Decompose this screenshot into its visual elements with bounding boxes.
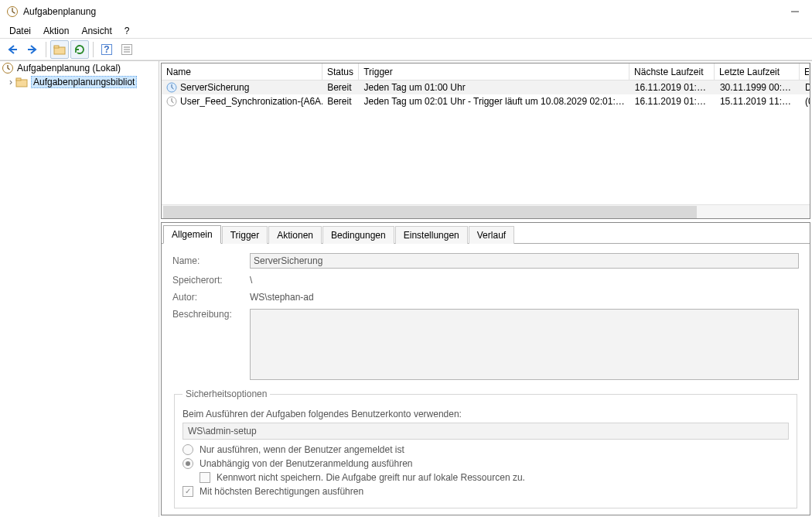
task-result: Die A <box>800 82 810 93</box>
navigation-tree[interactable]: Aufgabenplanung (Lokal) › Aufgabenplanun… <box>0 61 159 517</box>
toolbar-help-button[interactable]: ? <box>97 40 116 59</box>
toolbar-folder-button[interactable] <box>50 40 69 59</box>
menu-view[interactable]: Ansicht <box>75 24 118 38</box>
tab-settings[interactable]: Einstellungen <box>395 226 468 244</box>
task-row[interactable]: User_Feed_Synchronization-{A6A... Bereit… <box>162 94 810 108</box>
tab-conditions[interactable]: Bedingungen <box>322 226 394 244</box>
title-bar: Aufgabenplanung <box>0 0 812 23</box>
description-field <box>250 309 799 380</box>
toolbar: ? <box>0 39 812 60</box>
menu-help[interactable]: ? <box>118 24 136 38</box>
task-name: User_Feed_Synchronization-{A6A... <box>180 96 322 107</box>
radio-run-independent-label: Unabhängig von der Benutzeranmeldung aus… <box>200 458 413 469</box>
svg-text:?: ? <box>104 44 109 55</box>
details-tabs: Allgemein Trigger Aktionen Bedingungen E… <box>162 223 810 243</box>
col-result[interactable]: Erge <box>800 63 810 80</box>
tab-general[interactable]: Allgemein <box>163 225 221 244</box>
toolbar-properties-button[interactable] <box>118 40 136 59</box>
security-account-label: Beim Ausführen der Aufgaben folgendes Be… <box>183 409 789 419</box>
toolbar-refresh-button[interactable] <box>70 40 89 59</box>
name-field <box>250 253 799 269</box>
location-label: Speicherort: <box>172 275 250 286</box>
location-value: \ <box>250 275 799 286</box>
task-list[interactable]: Name Status Trigger Nächste Laufzeit Let… <box>161 63 810 219</box>
tree-root[interactable]: Aufgabenplanung (Lokal) <box>0 61 159 75</box>
radio-run-independent <box>183 458 193 469</box>
radio-run-logged-on <box>183 444 193 455</box>
check-no-password-label: Kennwort nicht speichern. Die Aufgabe gr… <box>217 472 525 483</box>
col-name[interactable]: Name <box>162 63 322 80</box>
window-title: Aufgabenplanung <box>23 6 96 17</box>
scrollbar-thumb[interactable] <box>163 206 697 218</box>
svg-rect-3 <box>54 46 59 48</box>
check-no-password <box>200 472 210 483</box>
task-last-run: 30.11.1999 00:00:00 <box>715 82 800 93</box>
col-next-run[interactable]: Nächste Laufzeit <box>629 63 715 80</box>
description-label: Beschreibung: <box>172 309 250 320</box>
security-options-group: Sicherheitsoptionen Beim Ausführen der A… <box>174 389 797 508</box>
task-result: (0x1) <box>800 96 810 107</box>
minimize-button[interactable] <box>784 4 806 19</box>
radio-run-logged-on-label: Nur ausführen, wenn der Benutzer angemel… <box>200 444 404 455</box>
check-highest-privileges <box>183 486 193 497</box>
app-icon <box>6 5 19 18</box>
tab-history[interactable]: Verlauf <box>469 226 514 244</box>
task-last-run: 15.11.2019 11:20:11 <box>715 96 800 107</box>
task-next-run: 16.11.2019 01:01:17 <box>630 96 715 107</box>
col-trigger[interactable]: Trigger <box>359 63 629 80</box>
task-details: Allgemein Trigger Aktionen Bedingungen E… <box>161 222 810 515</box>
tree-library-label: Aufgabenplanungsbibliot <box>31 76 137 88</box>
col-last-run[interactable]: Letzte Laufzeit <box>715 63 800 80</box>
nav-back-button[interactable] <box>3 40 22 59</box>
task-status: Bereit <box>322 82 359 93</box>
task-trigger: Jeden Tag um 02:01 Uhr - Trigger läuft u… <box>359 96 629 107</box>
menu-bar: Datei Aktion Ansicht ? <box>0 23 812 39</box>
author-value: WS\stephan-ad <box>250 292 799 303</box>
folder-icon <box>15 76 28 88</box>
task-row[interactable]: ServerSicherung Bereit Jeden Tag um 01:0… <box>162 80 810 94</box>
task-list-header[interactable]: Name Status Trigger Nächste Laufzeit Let… <box>162 63 810 80</box>
author-label: Autor: <box>172 292 250 303</box>
menu-action[interactable]: Aktion <box>37 24 75 38</box>
menu-file[interactable]: Datei <box>3 24 37 38</box>
tree-root-label: Aufgabenplanung (Lokal) <box>17 63 121 74</box>
svg-rect-12 <box>16 78 21 80</box>
name-label: Name: <box>172 255 250 266</box>
task-next-run: 16.11.2019 01:00:00 <box>630 82 715 93</box>
task-status: Bereit <box>322 96 359 107</box>
tree-library[interactable]: › Aufgabenplanungsbibliot <box>0 75 159 89</box>
nav-forward-button[interactable] <box>23 40 42 59</box>
tab-actions[interactable]: Aktionen <box>268 226 322 244</box>
tree-expand-icon[interactable]: › <box>6 77 15 87</box>
check-highest-privileges-label: Mit höchsten Berechtigungen ausführen <box>200 486 363 497</box>
horizontal-scrollbar[interactable] <box>162 204 810 218</box>
security-account-value: WS\admin-setup <box>183 423 789 440</box>
tab-triggers[interactable]: Trigger <box>222 226 268 244</box>
security-options-legend: Sicherheitsoptionen <box>183 389 270 399</box>
task-trigger: Jeden Tag um 01:00 Uhr <box>359 82 629 93</box>
col-status[interactable]: Status <box>322 63 359 80</box>
tab-general-body: Name: Speicherort: \ Autor: WS\stephan-a… <box>162 243 810 515</box>
task-icon <box>166 82 177 93</box>
clock-icon <box>2 62 14 74</box>
task-icon <box>166 96 177 107</box>
task-name: ServerSicherung <box>180 82 249 93</box>
